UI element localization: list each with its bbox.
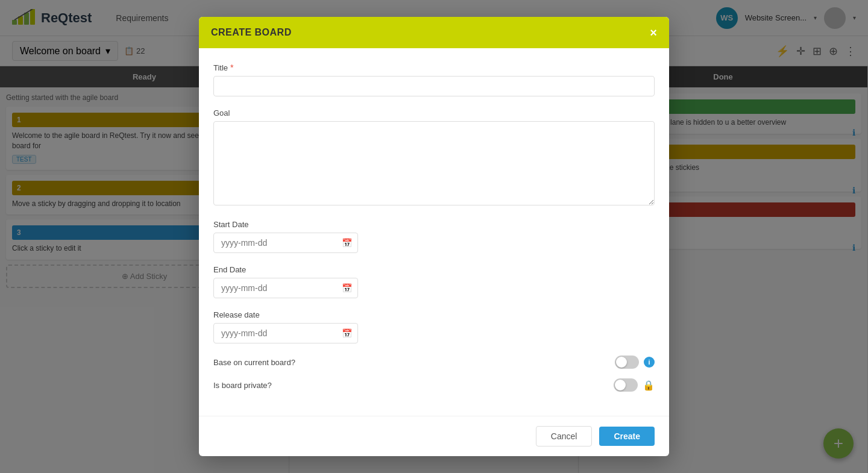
end-date-calendar-icon[interactable]: 📅 [342,283,352,293]
goal-textarea[interactable] [213,121,655,205]
base-on-current-controls: i [615,356,655,369]
start-date-wrap: 📅 [213,233,358,253]
base-on-current-toggle[interactable] [615,356,639,369]
lock-icon: 🔒 [643,380,655,391]
base-on-current-row: Base on current board? i [213,356,655,369]
release-date-calendar-icon[interactable]: 📅 [342,328,352,338]
release-date-group: Release date 📅 [213,310,655,343]
toggle-knob [616,357,627,368]
modal-body: Title * Goal Start Date [199,48,669,416]
required-indicator: * [230,63,233,72]
start-date-label: Start Date [213,220,655,229]
modal-overlay: CREATE BOARD × Title * Goal [0,0,868,473]
create-board-modal: CREATE BOARD × Title * Goal [199,17,669,456]
title-label: Title * [213,63,655,72]
base-on-current-label: Base on current board? [213,358,295,367]
is-private-controls: 🔒 [614,378,655,392]
is-private-toggle[interactable] [614,378,638,392]
create-button[interactable]: Create [599,427,655,446]
release-date-label: Release date [213,310,655,319]
is-private-row: Is board private? 🔒 [213,378,655,392]
goal-field-group: Goal [213,108,655,208]
title-field-group: Title * [213,63,655,96]
end-date-group: End Date 📅 [213,265,655,298]
end-date-input[interactable] [213,278,358,298]
base-on-current-info-icon[interactable]: i [644,357,655,368]
goal-label: Goal [213,108,655,117]
modal-footer: Cancel Create [199,416,669,456]
toggle-knob [615,380,626,390]
modal-title: CREATE BOARD [211,27,292,38]
end-date-label: End Date [213,265,655,274]
release-date-wrap: 📅 [213,323,358,343]
modal-close-button[interactable]: × [650,27,657,39]
title-input[interactable] [213,76,655,96]
cancel-button[interactable]: Cancel [536,426,593,446]
start-date-group: Start Date 📅 [213,220,655,253]
modal-header: CREATE BOARD × [199,17,669,48]
page-background: ReQtest Requirements WS Website Screen..… [0,0,868,473]
is-private-label: Is board private? [213,381,272,390]
start-date-input[interactable] [213,233,358,253]
release-date-input[interactable] [213,323,358,343]
end-date-wrap: 📅 [213,278,358,298]
start-date-calendar-icon[interactable]: 📅 [342,238,352,248]
